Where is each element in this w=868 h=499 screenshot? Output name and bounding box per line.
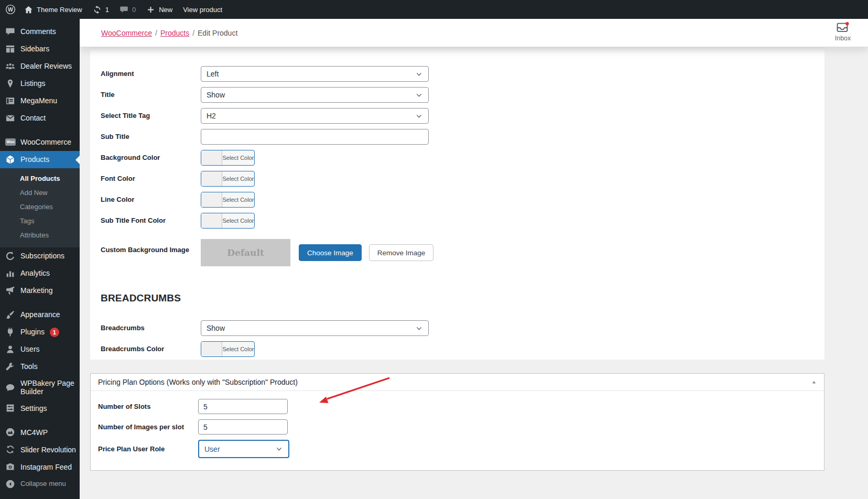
field-row-sub-title-font-color: Sub Title Font ColorSelect Color (101, 213, 824, 229)
sidebar-item-label: WPBakery Page Builder (20, 379, 77, 396)
sidebar-item-wpbakery-page-builder[interactable]: WPBakery Page Builder (0, 375, 80, 399)
sidebar-item-label: Contact (20, 114, 46, 122)
sidebar-item-label: Products (20, 155, 49, 164)
field-row-price-plan-user-role: Price Plan User RoleUser (98, 440, 824, 458)
select-color-label: Select Color (222, 171, 254, 186)
number-of-slots-input[interactable] (198, 399, 288, 414)
choose-image-button[interactable]: Choose Image (299, 244, 362, 261)
breadcrumb-products[interactable]: Products (160, 29, 189, 37)
select-color-label: Select Color (222, 342, 254, 356)
sidebar-item-appearance[interactable]: Appearance (0, 306, 80, 323)
sidebar-item-label: Collapse menu (20, 480, 66, 488)
sidebar-item-label: Appearance (20, 310, 60, 319)
comments-menu[interactable]: 0 (114, 0, 141, 19)
custom-background-image-label: Custom Background Image (101, 246, 201, 254)
sidebar-item-megamenu[interactable]: MegaMenu (0, 92, 80, 110)
field-row-select-title-tag: Select Title TagH2 (101, 108, 824, 124)
pricing-plan-panel-body: Number of SlotsNumber of Images per slot… (91, 391, 824, 470)
sidebar-item-sidebars[interactable]: Sidebars (0, 40, 80, 58)
site-menu[interactable]: Theme Review (19, 0, 88, 19)
listings-icon (5, 79, 15, 89)
submenu-item-all-products[interactable]: All Products (0, 171, 80, 186)
sidebar-item-products[interactable]: Products (0, 151, 80, 168)
chevron-down-icon (415, 91, 423, 99)
woocommerce-icon: Woo (5, 137, 15, 147)
submenu-item-attributes[interactable]: Attributes (0, 228, 80, 242)
select-color-label: Select Color (222, 213, 254, 228)
number-of-images-per-slot-input[interactable] (198, 419, 288, 435)
inbox-button[interactable]: Inbox (826, 21, 860, 42)
breadcrumbs-color-select-color-button[interactable]: Select Color (201, 341, 255, 357)
pricing-plan-panel-header[interactable]: Pricing Plan Options (Works only with "S… (91, 374, 824, 391)
sidebar-item-comments[interactable]: Comments (0, 23, 80, 40)
title-label: Title (101, 91, 201, 99)
select-title-tag-select[interactable]: H2 (201, 108, 429, 124)
site-name: Theme Review (37, 6, 82, 14)
field-row-breadcrumbs: BreadcrumbsShow (101, 320, 824, 336)
updates-menu[interactable]: 1 (88, 0, 114, 19)
price-plan-user-role-select[interactable]: User (198, 440, 289, 458)
title-select[interactable]: Show (201, 87, 429, 103)
breadcrumb: WooCommerce/Products/Edit Product (101, 29, 237, 37)
tools-icon (5, 362, 15, 372)
sidebar-item-label: Sidebars (20, 45, 49, 53)
field-row-background-color: Background ColorSelect Color (101, 150, 824, 166)
sidebar-item-contact[interactable]: Contact (0, 110, 80, 127)
sidebar-separator (0, 299, 80, 306)
sidebar-item-label: MC4WP (20, 428, 48, 437)
color-swatch (201, 171, 222, 186)
sidebar-item-analytics[interactable]: Analytics (0, 265, 80, 282)
sidebar-item-listings[interactable]: Listings (0, 75, 80, 92)
sidebar-item-dealer-reviews[interactable]: Dealer Reviews (0, 58, 80, 75)
marketing-icon (5, 286, 15, 296)
panel-collapse-toggle[interactable] (810, 378, 818, 386)
dealer-reviews-icon (5, 61, 15, 71)
home-icon (24, 5, 33, 14)
subscriptions-icon (5, 251, 15, 261)
wordpress-logo-menu[interactable]: W (2, 0, 19, 19)
submenu-item-tags[interactable]: Tags (0, 214, 80, 228)
products-icon (5, 155, 15, 165)
products-submenu: All ProductsAdd NewCategoriesTagsAttribu… (0, 168, 80, 247)
sidebar-separator (0, 417, 80, 424)
sidebar-item-plugins[interactable]: Plugins1 (0, 323, 80, 341)
sub-title-font-color-select-color-button[interactable]: Select Color (201, 213, 255, 229)
line-color-select-color-button[interactable]: Select Color (201, 192, 255, 208)
sidebar-item-slider-revolution[interactable]: Slider Revolution (0, 441, 80, 458)
view-product-label: View product (183, 6, 222, 14)
background-color-select-color-button[interactable]: Select Color (201, 150, 255, 166)
chevron-down-icon (275, 445, 283, 453)
sidebar-item-woocommerce[interactable]: WooWooCommerce (0, 134, 80, 151)
alignment-select[interactable]: Left (201, 66, 429, 82)
field-row-number-of-images-per-slot: Number of Images per slot (98, 419, 824, 435)
alignment-select-value: Left (207, 70, 219, 78)
font-color-select-color-button[interactable]: Select Color (201, 171, 255, 187)
view-product-menu[interactable]: View product (178, 0, 227, 19)
sidebar-item-instagram-feed[interactable]: Instagram Feed (0, 458, 80, 475)
sidebar-item-subscriptions[interactable]: Subscriptions (0, 247, 80, 265)
sidebar-item-mc4wp[interactable]: MC4WP (0, 424, 80, 441)
select-title-tag-label: Select Title Tag (101, 112, 201, 120)
field-row-sub-title: Sub Title (101, 129, 824, 145)
sidebar-item-users[interactable]: Users (0, 341, 80, 358)
sub-title-label: Sub Title (101, 133, 201, 141)
breadcrumbs-select[interactable]: Show (201, 320, 429, 336)
sidebar-item-settings[interactable]: Settings (0, 399, 80, 417)
color-swatch (201, 150, 222, 165)
edit-product-options: AlignmentLeftTitleShowSelect Title TagH2… (80, 47, 868, 471)
page-header-bar: WooCommerce/Products/Edit Product Inbox (80, 19, 868, 47)
pricing-plan-panel-title: Pricing Plan Options (Works only with "S… (98, 378, 298, 386)
plugins-icon (5, 327, 15, 337)
sub-title-input[interactable] (201, 129, 429, 145)
submenu-item-categories[interactable]: Categories (0, 200, 80, 214)
sidebar-item-tools[interactable]: Tools (0, 358, 80, 375)
new-content-menu[interactable]: New (141, 0, 178, 19)
breadcrumbs-select-value: Show (207, 324, 225, 332)
sidebar-item-collapse-menu[interactable]: Collapse menu (0, 475, 80, 493)
breadcrumb-woocommerce[interactable]: WooCommerce (101, 29, 152, 37)
admin-sidebar-menu: CommentsSidebarsDealer ReviewsListingsMe… (0, 19, 80, 499)
sidebar-item-marketing[interactable]: Marketing (0, 282, 80, 299)
remove-image-button[interactable]: Remove Image (369, 244, 434, 261)
submenu-item-add-new[interactable]: Add New (0, 186, 80, 200)
breadcrumbs-label: Breadcrumbs (101, 324, 201, 332)
